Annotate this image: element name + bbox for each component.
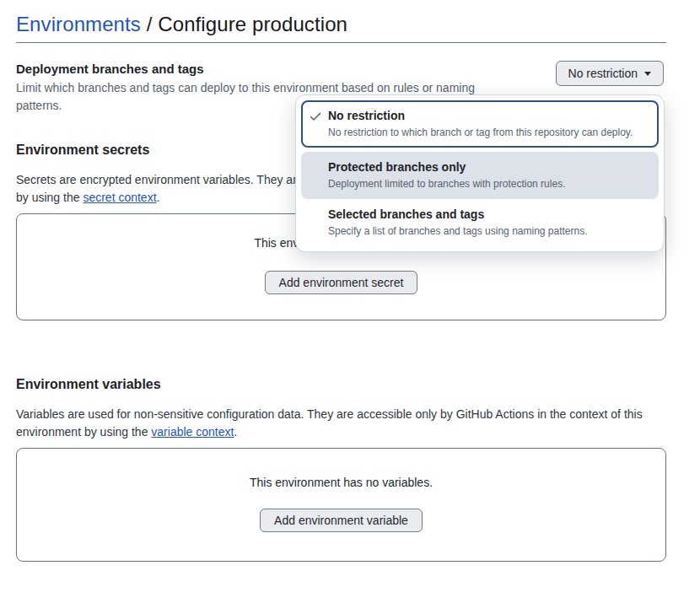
breadcrumb-environments-link[interactable]: Environments bbox=[16, 13, 141, 35]
restriction-selector-label: No restriction bbox=[568, 67, 638, 80]
check-icon bbox=[309, 110, 322, 123]
chevron-down-icon bbox=[644, 72, 651, 76]
restriction-selector-button[interactable]: No restriction bbox=[556, 61, 664, 86]
environment-settings-page: { "breadcrumb": { "link": "Environments"… bbox=[0, 0, 700, 603]
menu-item-protected-branches[interactable]: Protected branches only Deployment limit… bbox=[301, 152, 659, 199]
menu-item-description: No restriction to which branch or tag fr… bbox=[328, 126, 652, 139]
menu-item-title: Selected branches and tags bbox=[328, 206, 652, 223]
menu-item-description: Specify a list of branches and tags usin… bbox=[328, 224, 652, 238]
variables-description-text: Variables are used for non-sensitive con… bbox=[16, 407, 643, 439]
secrets-description-period: . bbox=[157, 191, 160, 204]
variable-context-link[interactable]: variable context bbox=[151, 425, 234, 439]
variables-description: Variables are used for non-sensitive con… bbox=[16, 406, 666, 441]
variables-empty-box: This environment has no variables. Add e… bbox=[16, 448, 666, 562]
variables-empty-text: This environment has no variables. bbox=[17, 474, 665, 492]
menu-item-no-restriction[interactable]: No restriction No restriction to which b… bbox=[301, 100, 659, 148]
variables-heading: Environment variables bbox=[16, 374, 666, 395]
menu-item-description: Deployment limited to branches with prot… bbox=[328, 177, 652, 191]
menu-item-selected-branches[interactable]: Selected branches and tags Specify a lis… bbox=[301, 199, 659, 246]
page-title: Environments / Configure production bbox=[16, 12, 666, 37]
add-environment-variable-button[interactable]: Add environment variable bbox=[260, 509, 423, 532]
header-divider bbox=[16, 42, 666, 43]
breadcrumb-separator: / bbox=[141, 13, 158, 35]
menu-item-title: Protected branches only bbox=[328, 159, 652, 175]
menu-item-title: No restriction bbox=[328, 107, 652, 124]
secret-context-link[interactable]: secret context bbox=[83, 191, 156, 204]
add-environment-secret-button[interactable]: Add environment secret bbox=[265, 271, 418, 294]
variables-description-period: . bbox=[234, 425, 237, 439]
breadcrumb-current: Configure production bbox=[158, 13, 347, 35]
restriction-menu: No restriction No restriction to which b… bbox=[295, 94, 665, 252]
